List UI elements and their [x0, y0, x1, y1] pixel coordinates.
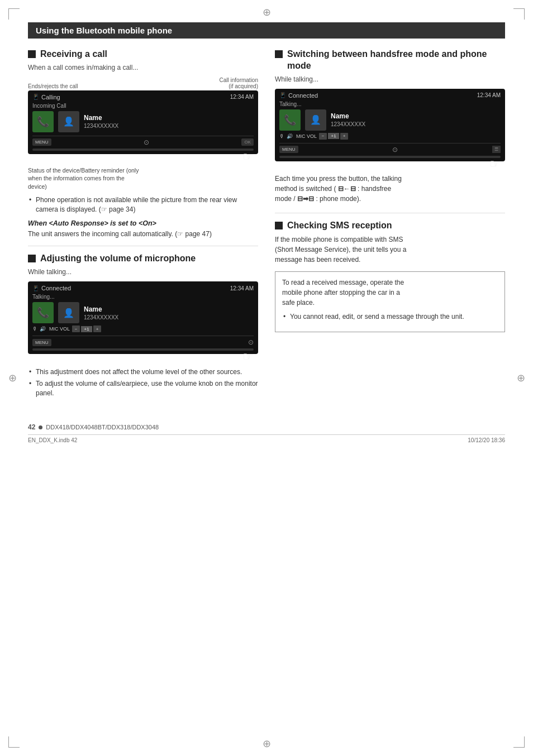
section-header: Using the Bluetooth mobile phone [28, 22, 505, 39]
screen3-menu-btn[interactable]: MENU [279, 146, 298, 153]
section3-title: Switching between handsfree mode and pho… [275, 49, 505, 72]
left-column: Receiving a call When a call comes in/ma… [28, 49, 258, 402]
screen1-phone-icon: 📞 [32, 111, 54, 132]
contact-avatar-icon2: 👤 [63, 308, 74, 318]
screen2-phone-icon: 📞 [32, 302, 54, 323]
screen3-menu-icon: ⊙ [392, 146, 398, 154]
screen1-name: Name [84, 114, 118, 122]
bottom-info-bar: EN_DDX_K.indb 42 10/12/20 18:36 [28, 434, 505, 443]
screen2-title-row: 📱 Connected [32, 285, 71, 291]
section1-title: Receiving a call [28, 49, 258, 60]
section1-subtitle: When a call comes in/making a call... [28, 64, 258, 71]
divider1 [28, 246, 258, 246]
screen3-body: 📞 👤 Name 1234XXXXXX [279, 109, 501, 131]
screen1-time: 12:34 AM [230, 94, 254, 100]
section3-icon [275, 50, 283, 58]
finger-cursor-icon: ☞ [242, 150, 254, 164]
info-box-bullet-1: You cannot read, edit, or send a message… [282, 312, 498, 322]
phone-receive-icon: 📞 [37, 116, 49, 128]
bottom-bar-right: 10/12/20 18:36 [468, 437, 505, 443]
screen1-footnote: Status of the device/Battery reminder (o… [28, 166, 258, 191]
annotation-left: Ends/rejects the call [28, 83, 78, 89]
screen3-vol-decrease-btn[interactable]: − [319, 133, 327, 140]
section2-subtitle: While talking... [28, 268, 258, 276]
mic-vol-icon2: 🔊 [40, 326, 46, 332]
section2-bullets: This adjustment does not affect the volu… [28, 367, 258, 398]
screen2-body: 📞 👤 Name 1234XXXXXX [32, 302, 254, 323]
switch-symbols: ⊟←⊟ [338, 185, 358, 193]
section4-info-box: To read a received message, operate the … [275, 271, 505, 332]
screen1-body: 📞 👤 Name 1234XXXXXX [32, 111, 254, 132]
screen1-bottom-bar [32, 149, 254, 151]
right-column: Switching between handsfree mode and pho… [275, 49, 505, 402]
section2-title: Adjusting the volume of microphone [28, 253, 258, 265]
auto-response-body: The unit answers the incoming call autom… [28, 229, 258, 239]
screen3-vol-increase-btn[interactable]: + [340, 133, 348, 140]
phone-call-icon: 📞 [37, 307, 49, 319]
section1-icon [28, 50, 36, 58]
phone-signal-icon: 📱 [32, 94, 39, 100]
screen3-footer: MENU ⊙ ☰ [279, 143, 501, 154]
screen3-contact-info: Name 1234XXXXXX [331, 112, 365, 127]
screen1-status: Incoming Call [32, 103, 254, 109]
vol-display: +1 [81, 326, 92, 332]
main-title: Using the Bluetooth mobile phone [36, 26, 172, 35]
screen3-number: 1234XXXXXX [331, 121, 365, 127]
finger-cursor-icon3: ☞ [489, 157, 501, 171]
screen3-mic-vol-bar: − +1 + [319, 133, 348, 140]
screen3: 📱 Connected 12:34 AM Talking... 📞 👤 Name [275, 89, 505, 161]
screen3-signal-icon: 📱 [279, 92, 286, 98]
screen3-bottom-bar [279, 156, 501, 158]
screen1-menu-btn[interactable]: MENU [32, 138, 51, 146]
screen3-vol-display: +1 [328, 133, 339, 139]
contact-avatar-icon3: 👤 [310, 114, 321, 125]
divider2 [275, 213, 505, 213]
screen1-footer: MENU ⊙ OK [32, 136, 254, 146]
screen2-menu-btn[interactable]: MENU [32, 339, 51, 346]
screen3-header: 📱 Connected 12:34 AM [279, 92, 501, 99]
screen1-menu-icon: ⊙ [144, 138, 149, 146]
section1-annotations: Ends/rejects the call Call information (… [28, 77, 258, 89]
vol-increase-btn[interactable]: + [93, 326, 101, 332]
screen2-contact-info: Name 1234XXXXXX [84, 305, 118, 320]
contact-avatar-icon: 👤 [63, 116, 74, 127]
screen2-header: 📱 Connected 12:34 AM [32, 285, 254, 291]
screen1-number: 1234XXXXXX [84, 123, 118, 129]
switch-symbols2: ⊟➡⊟ [297, 195, 316, 203]
screen1-contact-info: Name 1234XXXXXX [84, 114, 118, 129]
screen3-status: Talking... [279, 101, 501, 107]
screen2-photo-icon: 👤 [58, 302, 79, 323]
footer-bullet [39, 425, 42, 429]
footer-left: 42 DDX418/DDX4048BT/DDX318/DDX3048 [28, 423, 159, 431]
screen3-name: Name [331, 112, 365, 120]
screen3-time: 12:34 AM [477, 92, 501, 98]
info-box-text: To read a received message, operate the … [282, 277, 498, 308]
screen2-footer: MENU ⊙ [32, 336, 254, 346]
phone-call-icon3: 📞 [284, 114, 296, 126]
annotation-right: Call information (if acquired) [220, 77, 258, 89]
screen2-number: 1234XXXXXX [84, 314, 118, 320]
section1-bullets: Phone operation is not available while t… [28, 195, 258, 214]
auto-response-heading: When <Auto Response> is set to <On> [28, 219, 258, 227]
section3-subtitle: While talking... [275, 75, 505, 83]
mic-vol-bar: − +1 + [72, 326, 101, 332]
vol-decrease-btn[interactable]: − [72, 326, 80, 332]
screen2-mic-vol-row: 🎙 🔊 MIC VOL − +1 + [32, 326, 254, 332]
section2-bullet-1: This adjustment does not affect the volu… [28, 367, 258, 377]
screen3-mic-vol-row: 🎙 🔊 MIC VOL − +1 + [279, 133, 501, 140]
screen1-title-row: 📱 Calling [32, 94, 60, 101]
screen2-time: 12:34 AM [230, 285, 254, 291]
page-footer: 42 DDX418/DDX4048BT/DDX318/DDX3048 [28, 419, 505, 431]
screen3-title-row: 📱 Connected [279, 92, 318, 99]
model-numbers: DDX418/DDX4048BT/DDX318/DDX3048 [46, 424, 159, 430]
screen1-header: 📱 Calling 12:34 AM [32, 94, 254, 101]
two-col-layout: Receiving a call When a call comes in/ma… [28, 49, 505, 402]
section2-icon [28, 255, 36, 262]
screen2-bottom-bar [32, 348, 254, 351]
screen1-photo-icon: 👤 [58, 111, 79, 132]
screen2: 📱 Connected 12:34 AM Talking... 📞 👤 Name [28, 281, 258, 354]
section4-description: If the mobile phone is compatible with S… [275, 235, 505, 265]
section1-bullet-1: Phone operation is not available while t… [28, 195, 258, 214]
screen2-status: Talking... [32, 294, 254, 300]
mic-vol-icon: 🎙 [32, 326, 37, 332]
